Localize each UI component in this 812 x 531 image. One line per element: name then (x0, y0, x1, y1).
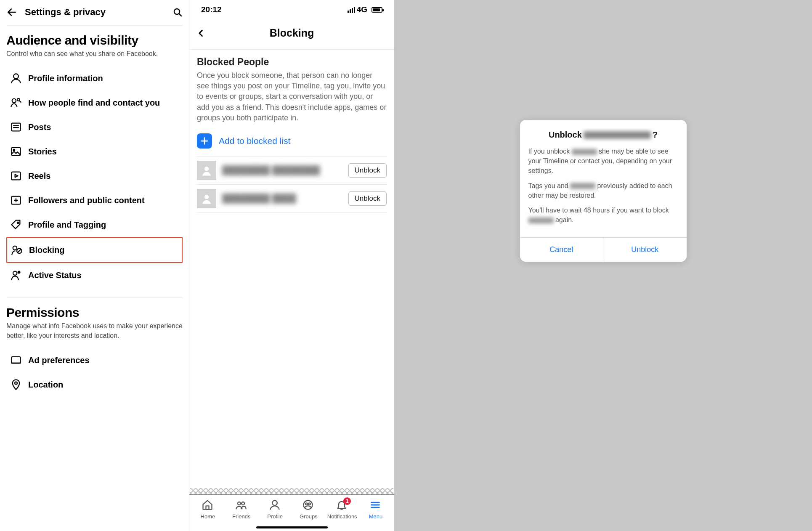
svg-point-36 (304, 501, 313, 510)
profile-icon (269, 499, 281, 512)
reels-icon (10, 170, 22, 182)
tab-bell[interactable]: 1Notifications (326, 499, 358, 520)
status-bar: 20:12 4G (189, 0, 394, 18)
audience-menu: Profile informationHow people find and c… (6, 66, 183, 287)
tab-groups[interactable]: Groups (293, 499, 324, 520)
dialog-title-prefix: Unblock (549, 130, 582, 140)
dialog-panel: Unblock ? If you unblock she may be able… (394, 0, 812, 531)
tab-home[interactable]: Home (192, 499, 223, 520)
menu-icon (369, 499, 382, 512)
tab-label: Groups (300, 513, 318, 520)
menu-item-label: Stories (28, 147, 57, 157)
svg-line-6 (19, 101, 21, 103)
tab-label: Home (201, 513, 215, 520)
home-indicator (256, 526, 328, 528)
svg-point-1 (174, 9, 180, 14)
svg-point-17 (17, 222, 19, 224)
network-label: 4G (357, 5, 367, 14)
home-icon (202, 499, 214, 512)
svg-point-3 (13, 74, 19, 79)
svg-point-34 (241, 502, 244, 505)
dialog-actions: Cancel Unblock (520, 237, 687, 262)
tab-friends[interactable]: Friends (226, 499, 257, 520)
tab-label: Notifications (327, 513, 357, 520)
menu-item-location[interactable]: Location (6, 372, 183, 397)
settings-panel: Settings & privacy Audience and visibili… (0, 0, 189, 531)
permissions-subtitle: Manage what info Facebook uses to make y… (6, 321, 183, 340)
svg-point-22 (18, 271, 21, 274)
redacted-name (584, 131, 651, 139)
audience-title: Audience and visibility (6, 33, 183, 48)
menu-item-blocking[interactable]: Blocking (6, 237, 183, 263)
blocking-icon (11, 244, 23, 256)
menu-item-active[interactable]: Active Status (6, 263, 183, 287)
unblock-button[interactable]: Unblock (348, 163, 387, 178)
menu-item-followers[interactable]: Followers and public content (6, 188, 183, 212)
svg-point-21 (13, 271, 17, 275)
profile-icon (10, 72, 22, 85)
battery-icon (372, 7, 382, 13)
menu-item-label: Active Status (28, 271, 82, 280)
dialog-body: Unblock ? If you unblock she may be able… (520, 120, 687, 237)
unblock-button[interactable]: Unblock (603, 238, 687, 262)
notification-badge: 1 (343, 497, 351, 505)
bell-icon: 1 (336, 499, 348, 512)
menu-item-posts[interactable]: Posts (6, 115, 183, 139)
blocking-panel: 20:12 4G Blocking Blocked People Once yo… (189, 0, 394, 531)
menu-item-label: Profile information (28, 74, 103, 83)
settings-title: Settings & privacy (25, 7, 172, 18)
permissions-section-header: Permissions Manage what info Facebook us… (6, 297, 183, 340)
svg-rect-23 (12, 357, 21, 363)
groups-icon (302, 499, 315, 512)
redacted-name (528, 218, 554, 223)
friends-icon (235, 499, 248, 512)
plus-icon (197, 133, 212, 149)
person-name: ████████ ████████ (222, 165, 348, 175)
menu-item-ads[interactable]: Ad preferences (6, 348, 183, 372)
back-arrow-icon[interactable] (6, 7, 17, 18)
tab-label: Profile (267, 513, 283, 520)
menu-item-reels[interactable]: Reels (6, 164, 183, 188)
menu-item-tag[interactable]: Profile and Tagging (6, 212, 183, 237)
menu-item-find[interactable]: How people find and contact you (6, 90, 183, 115)
unblock-button[interactable]: Unblock (348, 191, 387, 206)
add-blocked-label: Add to blocked list (219, 136, 290, 146)
stories-icon (10, 145, 22, 158)
blocking-body: Blocked People Once you block someone, t… (189, 50, 394, 213)
cancel-button[interactable]: Cancel (520, 238, 604, 262)
tab-menu[interactable]: Menu (360, 499, 391, 520)
dialog-title-suffix: ? (653, 130, 658, 140)
search-icon[interactable] (172, 7, 183, 17)
redacted-name (570, 183, 595, 189)
torn-edge (190, 488, 393, 495)
menu-item-label: Profile and Tagging (28, 220, 106, 230)
avatar-icon (197, 161, 216, 180)
svg-point-29 (204, 195, 209, 199)
svg-point-37 (306, 503, 308, 505)
redacted-name (572, 149, 597, 155)
active-icon (10, 269, 22, 281)
tag-icon (10, 218, 22, 231)
settings-header: Settings & privacy (6, 4, 183, 26)
blocked-person-row: ████████ ████████Unblock (197, 157, 387, 185)
add-to-blocked-list[interactable]: Add to blocked list (197, 133, 387, 157)
audience-section-header: Audience and visibility Control who can … (6, 33, 183, 58)
svg-rect-32 (206, 506, 209, 509)
tab-profile[interactable]: Profile (260, 499, 291, 520)
svg-point-11 (13, 149, 15, 151)
dialog-title: Unblock ? (528, 130, 678, 140)
tab-label: Friends (232, 513, 250, 520)
audience-subtitle: Control who can see what you share on Fa… (6, 49, 183, 58)
svg-rect-12 (12, 172, 21, 180)
dialog-p2: Tags you and previously added to each ot… (528, 181, 678, 200)
menu-item-label: How people find and contact you (28, 98, 160, 108)
blocked-people-desc: Once you block someone, that person can … (197, 70, 387, 123)
status-indicators: 4G (348, 5, 382, 14)
dialog-p3: You'll have to wait 48 hours if you want… (528, 205, 678, 225)
blocking-title: Blocking (197, 27, 387, 39)
permissions-menu: Ad preferencesLocation (6, 348, 183, 397)
menu-item-stories[interactable]: Stories (6, 139, 183, 164)
permissions-title: Permissions (6, 305, 183, 320)
menu-item-profile[interactable]: Profile information (6, 66, 183, 90)
svg-point-28 (204, 167, 209, 171)
